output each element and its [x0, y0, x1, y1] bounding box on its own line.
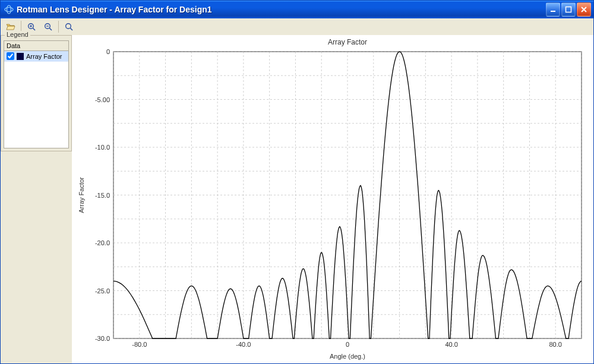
legend-group-label: Legend — [5, 31, 30, 38]
window-title: Rotman Lens Designer - Array Factor for … — [17, 5, 546, 14]
plot-area[interactable]: -80.0-40.0040.080.0-30.0-25.0-20.0-15.0-… — [72, 35, 593, 363]
title-bar: Rotman Lens Designer - Array Factor for … — [1, 1, 593, 18]
svg-text:Array Factor: Array Factor — [78, 177, 85, 213]
app-window: Rotman Lens Designer - Array Factor for … — [0, 0, 594, 364]
legend-item-swatch — [17, 53, 24, 60]
svg-text:-40.0: -40.0 — [236, 341, 251, 348]
svg-text:0: 0 — [106, 48, 110, 55]
legend-panel: Legend Data Array Factor — [1, 35, 72, 363]
legend-header: Data — [4, 41, 68, 51]
client-area: Legend Data Array Factor -80.0-40.0040.0… — [1, 35, 593, 363]
svg-line-12 — [70, 28, 72, 30]
legend-item[interactable]: Array Factor — [4, 51, 68, 62]
maximize-button[interactable] — [561, 2, 576, 17]
zoom-out-icon — [43, 22, 53, 31]
svg-rect-3 — [566, 7, 571, 12]
svg-line-9 — [49, 28, 52, 30]
zoom-out-button[interactable] — [40, 20, 56, 34]
toolbar-separator — [58, 21, 59, 33]
svg-rect-2 — [551, 11, 555, 12]
close-button[interactable] — [577, 2, 591, 17]
svg-text:-5.00: -5.00 — [95, 96, 110, 103]
toolbar — [1, 18, 593, 36]
minimize-button[interactable] — [546, 2, 560, 17]
svg-text:-15.0: -15.0 — [95, 192, 110, 199]
svg-point-1 — [5, 8, 13, 12]
svg-text:-30.0: -30.0 — [95, 335, 110, 342]
legend-group: Legend Data Array Factor — [1, 35, 72, 151]
svg-point-11 — [66, 24, 71, 29]
legend-item-label: Array Factor — [26, 53, 62, 60]
svg-text:Array Factor: Array Factor — [328, 38, 367, 46]
svg-text:-25.0: -25.0 — [95, 287, 110, 295]
svg-line-5 — [33, 28, 35, 30]
folder-open-icon — [6, 22, 15, 31]
legend-item-checkbox[interactable] — [7, 52, 14, 60]
svg-text:Angle (deg.): Angle (deg.) — [330, 353, 365, 360]
svg-text:-80.0: -80.0 — [132, 341, 147, 348]
svg-text:80.0: 80.0 — [549, 341, 562, 348]
window-controls — [546, 2, 591, 17]
svg-text:40.0: 40.0 — [445, 341, 457, 348]
svg-text:-20.0: -20.0 — [95, 239, 110, 246]
zoom-in-icon — [27, 22, 36, 31]
zoom-fit-icon — [64, 22, 74, 31]
zoom-fit-button[interactable] — [61, 20, 77, 34]
app-icon — [4, 5, 14, 14]
svg-text:0: 0 — [346, 341, 349, 348]
legend-list: Data Array Factor — [4, 40, 69, 148]
svg-point-0 — [7, 5, 11, 14]
svg-text:-10.0: -10.0 — [95, 144, 110, 151]
chart-svg: -80.0-40.0040.080.0-30.0-25.0-20.0-15.0-… — [72, 35, 593, 363]
